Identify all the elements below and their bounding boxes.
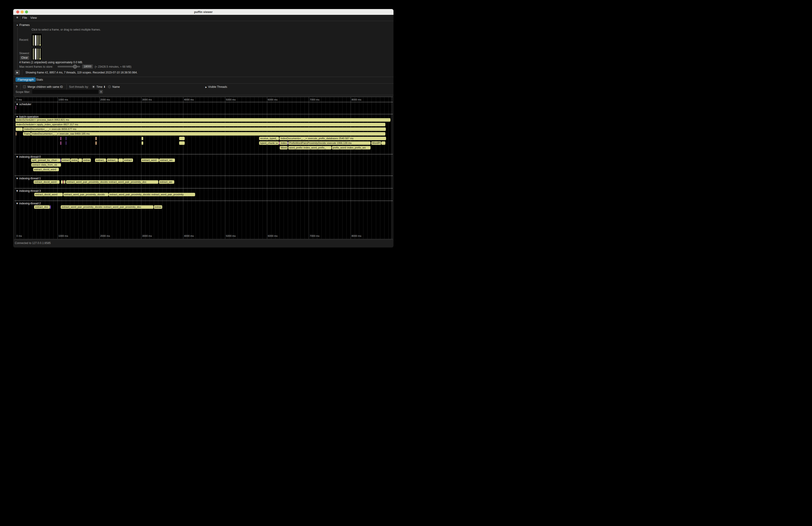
scope-bar[interactable] [16,128,23,131]
scope-bar[interactable]: extract_word_pair_proximity_docids::extr… [66,180,158,184]
scope-bar[interactable] [60,141,61,145]
time-axis-label: 0 ms [16,234,22,237]
merge-children-checkbox[interactable] [23,85,26,88]
scope-bar[interactable]: extract_word_pair_proximity_docids::extr… [61,205,154,209]
scope-bar[interactable] [16,106,16,109]
scope-bar[interactable] [179,137,185,140]
tab-flamegraph[interactable]: Flamegraph [16,77,36,82]
scope-bar[interactable] [66,137,66,140]
scope-bar[interactable]: extra [71,159,78,162]
scope-bar[interactable] [96,137,97,140]
scope-bar[interactable] [50,205,51,209]
scope-bar[interactable]: receive_typed_ [259,137,279,140]
scope-bar[interactable] [179,141,185,145]
scope-bar[interactable] [288,141,288,145]
scope-bar[interactable]: IndexDocuments<_, _>::execute 8656.677 m… [23,128,386,131]
scope-bar[interactable] [64,180,66,184]
scope-bar[interactable]: typed_chunk::w [259,141,279,145]
flamegraph-canvas[interactable]: 0 ms0 ms1000 ms1000 ms2000 ms2000 ms3000… [15,97,393,239]
max-frames-label: Max recent frames to store: [19,65,53,68]
scope-bar[interactable]: Word [280,146,288,149]
scope-bar[interactable]: extract_docid_word [33,168,59,171]
play-button[interactable]: ▶ [15,70,20,75]
thread-header-indexing-thread:2[interactable]: ▼ indexing-thread:2 [16,202,41,205]
scope-bar[interactable]: IndexScheduler>::process_batch 8953.821 … [16,118,390,122]
max-frames-slider-knob[interactable] [73,65,77,69]
frames-section-label: Frames [19,23,30,27]
scope-bar[interactable] [63,180,64,184]
scope-bar[interactable]: extrac [154,205,162,209]
scope-bar[interactable] [78,159,82,162]
scope-bar[interactable]: extract_word_pair_proximity_docids::extr… [109,193,195,196]
scope-bar[interactable] [142,141,143,145]
help-button[interactable]: ? [16,85,17,88]
scope-bar[interactable]: split_grenad_by_chun [31,159,60,162]
scope-filter-input[interactable] [32,90,98,94]
recent-frames-thumbnail[interactable] [31,33,42,47]
scope-bar[interactable]: extract_word [141,159,159,162]
menu-file[interactable]: File [22,16,27,19]
scope-bar[interactable] [61,180,62,184]
max-frames-value[interactable]: 18000 [82,64,93,69]
menu-bar: ✳ File View [13,15,393,21]
scope-bar[interactable]: extract_wo [159,180,174,184]
scope-bar[interactable]: IndexDocuments<_, _>::execute_prefix_dat… [279,137,386,140]
scope-bar[interactable]: WordPr [371,141,381,145]
tab-stats[interactable]: Stats [34,77,45,82]
scrollbar-gutter[interactable] [391,97,393,239]
slowest-frames-thumbnail[interactable] [31,47,42,60]
scope-bar[interactable]: Trans [23,132,31,135]
sort-by-name-radio[interactable] [108,85,111,88]
scope-bar[interactable]: extract_word_pair_proximity_docids [63,193,108,196]
sort-by-time-radio[interactable] [92,85,95,88]
menu-view[interactable]: View [30,16,37,19]
scope-bar[interactable]: word_prefix::index_word_prefix_ [288,146,331,149]
frame-bar-selected [35,35,37,46]
menu-divider [20,16,20,20]
scope-bar[interactable]: extract_wo [159,159,175,162]
thread-header-indexing-thread:3[interactable]: ▼ indexing-thread:3 [16,189,41,192]
frames-section-header[interactable]: ▼Frames [16,23,30,27]
title-bar: puffin viewer [13,9,393,15]
scope-bar[interactable]: PrefixWordPairsProximityDocids::execute … [288,141,371,145]
thread-header-scheduler[interactable]: ▼ scheduler [16,103,31,106]
clear-filter-button[interactable]: x [99,90,103,93]
scope-bar[interactable]: prefix_word::index_prefix_wo [332,146,371,149]
scope-bar[interactable]: IndexScheduler>::apply_index_operation 8… [16,123,386,126]
thread-header-batch-operation[interactable]: ▼ batch-operation [16,115,39,118]
scope-bar[interactable]: extract_doc [34,205,49,209]
frame-bar [39,48,41,60]
scope-bar[interactable] [381,141,386,145]
scope-bar[interactable]: IndexDocuments<_, _>::execute_raw 8459.1… [31,132,386,135]
visible-threads-header[interactable]: ▶Visible Threads [205,85,227,88]
scope-bar[interactable] [16,132,16,135]
time-axis-label: 0 ms [16,98,22,101]
scope-bar[interactable]: extract [123,159,133,162]
scope-bar[interactable] [60,159,61,162]
scope-bar[interactable]: extract::data_from_ob [31,163,61,166]
scope-bar[interactable] [66,141,66,145]
divider [13,21,393,21]
scope-bar[interactable] [142,137,143,140]
clear-frames-button[interactable]: Clear [20,56,29,60]
time-axis-label: 6000 ms [268,98,278,101]
thread-header-indexing-thread:0[interactable]: ▼ indexing-thread:0 [16,155,41,159]
app-window: puffin viewer ✳ File View ▼Frames Click … [13,9,393,247]
time-axis-label: 2000 ms [100,98,110,101]
scope-bar[interactable]: extrac [83,159,91,162]
scope-bar[interactable]: extract_ [95,159,106,162]
scope-bar[interactable]: index [280,141,288,145]
time-axis-label: 3000 ms [142,98,152,101]
frame-info: Showing frame #2, 8957.4 ms, 7 threads, … [26,71,137,74]
scope-bar[interactable] [118,159,123,162]
scope-bar[interactable] [60,137,61,140]
scope-bar[interactable]: extract [61,159,71,162]
app-theme-icon[interactable]: ✳ [16,16,18,19]
thread-separator [15,102,393,102]
scope-bar[interactable] [96,141,97,145]
scope-bar[interactable]: extract_docid_word [34,193,63,196]
status-bar: Connected to 127.0.0.1:8585 [13,239,393,247]
thread-header-indexing-thread:1[interactable]: ▼ indexing-thread:1 [16,177,41,180]
scope-bar[interactable]: extract_ [107,159,118,162]
scope-bar[interactable]: extract_docid_word [33,180,60,184]
